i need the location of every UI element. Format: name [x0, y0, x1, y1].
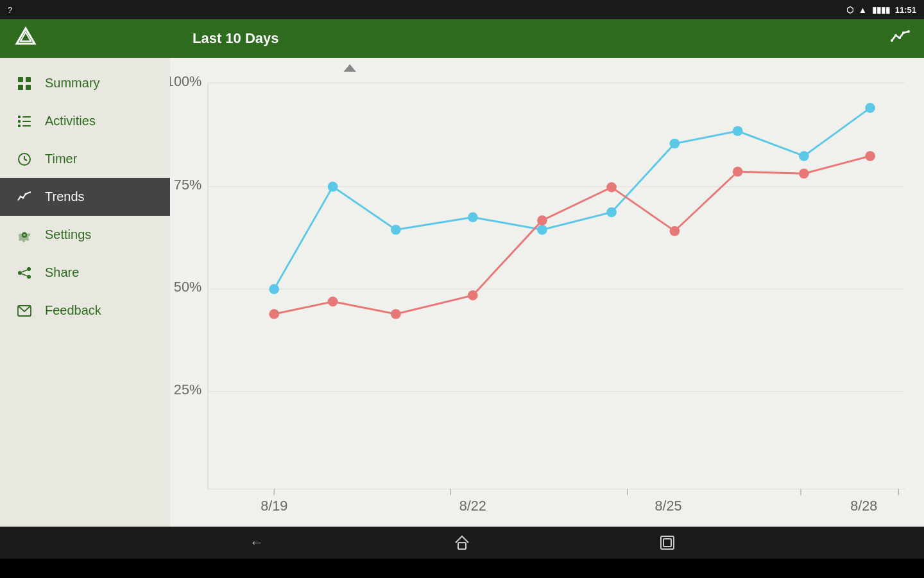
sidebar-item-feedback[interactable]: Feedback [0, 292, 170, 329]
sidebar-label-summary: Summary [45, 76, 100, 91]
home-button[interactable] [449, 530, 475, 556]
svg-rect-13 [18, 120, 21, 123]
svg-point-24 [18, 271, 22, 275]
list-icon [15, 114, 33, 128]
sidebar-item-summary[interactable]: Summary [0, 64, 170, 102]
gear-icon [15, 228, 33, 242]
svg-point-64 [606, 182, 617, 193]
svg-line-26 [22, 270, 28, 272]
share-icon [15, 266, 33, 280]
status-bar: ? ⬡ ▲ ▮▮▮▮ 11:51 [0, 0, 924, 19]
svg-rect-72 [663, 539, 671, 547]
sidebar-label-timer: Timer [45, 152, 77, 166]
time-display: 11:51 [895, 5, 916, 15]
nav-bar: ← [0, 527, 924, 559]
svg-point-20 [20, 195, 22, 197]
sidebar-item-activities[interactable]: Activities [0, 102, 170, 140]
svg-text:25%: 25% [174, 382, 201, 398]
svg-text:50%: 50% [174, 279, 201, 295]
svg-rect-11 [18, 116, 21, 118]
sidebar-label-feedback: Feedback [45, 303, 101, 318]
bluetooth-icon: ⬡ [846, 5, 853, 15]
svg-rect-15 [18, 125, 21, 127]
svg-point-21 [22, 197, 24, 198]
svg-point-62 [468, 290, 478, 301]
back-button[interactable]: ← [244, 530, 270, 556]
svg-rect-29 [170, 64, 911, 520]
svg-text:75%: 75% [174, 177, 201, 193]
svg-rect-14 [22, 121, 31, 122]
trends-icon [15, 191, 33, 203]
svg-point-58 [865, 103, 875, 113]
svg-rect-16 [22, 125, 31, 127]
svg-rect-8 [26, 77, 31, 82]
wifi-icon: ▲ [859, 5, 867, 15]
svg-point-25 [27, 275, 31, 279]
chart-container: 100% 75% 50% 25% 8/19 8/22 8/25 8/28 [170, 58, 924, 527]
svg-line-27 [22, 274, 28, 276]
svg-point-60 [328, 297, 338, 307]
svg-point-2 [891, 39, 893, 42]
svg-point-67 [799, 168, 809, 179]
svg-point-57 [799, 151, 809, 161]
sidebar-item-settings[interactable]: Settings [0, 216, 170, 254]
sidebar-item-share[interactable]: Share [0, 254, 170, 292]
svg-point-54 [606, 207, 617, 218]
svg-point-50 [328, 182, 338, 192]
svg-text:8/19: 8/19 [261, 499, 287, 514]
svg-point-63 [537, 215, 547, 225]
svg-text:8/28: 8/28 [850, 499, 877, 514]
svg-point-68 [865, 151, 875, 161]
sidebar-item-timer[interactable]: Timer [0, 140, 170, 178]
svg-rect-9 [18, 85, 23, 90]
battery-icon: ▮▮▮▮ [872, 5, 890, 15]
sidebar-label-activities: Activities [45, 114, 96, 128]
svg-line-19 [24, 159, 27, 161]
svg-rect-70 [458, 543, 466, 549]
svg-point-4 [898, 37, 901, 39]
sidebar-label-trends: Trends [45, 189, 85, 204]
trend-chart: 100% 75% 50% 25% 8/19 8/22 8/25 8/28 [170, 64, 911, 520]
sidebar-label-settings: Settings [45, 227, 91, 242]
svg-text:8/22: 8/22 [459, 499, 486, 514]
svg-rect-10 [26, 85, 31, 90]
svg-point-22 [25, 193, 27, 195]
svg-point-52 [468, 213, 478, 223]
svg-text:100%: 100% [170, 74, 201, 89]
svg-point-65 [670, 226, 680, 236]
svg-point-59 [269, 309, 279, 319]
grid-icon [15, 76, 33, 91]
recents-button[interactable] [654, 530, 680, 556]
svg-point-56 [733, 126, 743, 136]
svg-point-66 [733, 167, 743, 177]
svg-text:8/25: 8/25 [655, 499, 682, 514]
main-content: 100% 75% 50% 25% 8/19 8/22 8/25 8/28 [170, 58, 924, 527]
svg-point-5 [902, 31, 905, 34]
svg-point-23 [27, 267, 31, 271]
toolbar-title: Last 10 Days [193, 30, 878, 47]
sidebar-item-trends[interactable]: Trends [0, 178, 170, 216]
svg-point-51 [391, 225, 401, 235]
help-icon: ? [8, 5, 12, 15]
svg-rect-7 [18, 77, 23, 82]
sidebar-label-share: Share [45, 265, 79, 280]
svg-point-55 [670, 139, 680, 149]
app-logo [13, 26, 38, 51]
svg-point-49 [269, 284, 279, 294]
svg-rect-12 [22, 116, 31, 118]
svg-point-61 [391, 309, 401, 319]
sidebar: Summary Activities [0, 58, 170, 527]
clock-icon [15, 152, 33, 166]
svg-point-6 [907, 30, 910, 33]
svg-point-53 [537, 225, 547, 235]
toolbar: Last 10 Days [0, 19, 924, 58]
trends-chart-icon[interactable] [891, 29, 911, 48]
svg-point-3 [894, 34, 897, 37]
envelope-icon [15, 305, 33, 317]
